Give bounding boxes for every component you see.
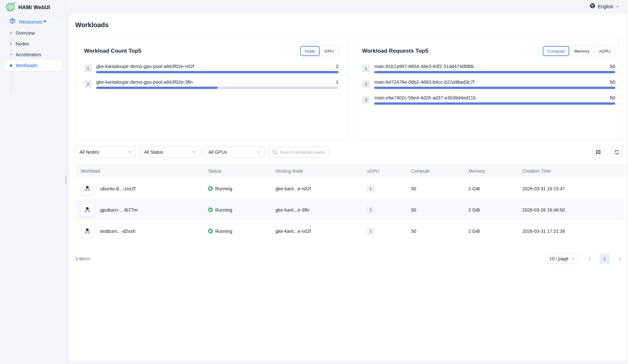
page-size-value: 10 / page: [550, 256, 568, 261]
sidebar-item-workloads[interactable]: Workloads: [4, 60, 62, 71]
hosting-node: gke-kant...e-n02f: [270, 229, 361, 234]
search-input[interactable]: [280, 150, 326, 155]
total-items: 3 items: [75, 256, 90, 261]
prev-page-button[interactable]: [584, 253, 595, 264]
cards-row: Workload Count Top5 Node GPU 1 gke-kanta…: [75, 38, 624, 140]
bar-label: main:6472476e-06b2-4683-b4cc-b22a9bad3c7…: [374, 79, 474, 85]
toggle-memory-button[interactable]: Memory: [569, 46, 594, 56]
status-running-icon: [208, 208, 213, 212]
table-row[interactable]: gpuburn-...-lb77m Running gke-kant...e-3…: [75, 199, 625, 220]
page-number-button[interactable]: 1: [600, 253, 610, 264]
column-settings-button[interactable]: [593, 147, 604, 158]
workload-pod-icon: [81, 203, 94, 217]
bar-item: 3 main:e9a7402c-59ed-4d26-ad37-e30d9d4ed…: [362, 95, 615, 105]
toggle-compute-button[interactable]: Compute: [543, 46, 569, 56]
status-filter-select[interactable]: All Status: [140, 147, 200, 158]
next-page-button[interactable]: [615, 253, 625, 264]
dot-icon: [10, 53, 12, 56]
sidebar-divider: [66, 0, 67, 364]
refresh-icon: [614, 149, 619, 155]
vgpu-badge: 1: [367, 185, 374, 192]
rank-badge: 3: [362, 96, 370, 104]
status-text: Running: [215, 229, 232, 234]
bar-fill: [96, 71, 339, 73]
status-text: Running: [215, 207, 232, 213]
chevron-down-icon: [616, 5, 619, 8]
page-size-select[interactable]: 10 / page: [546, 253, 579, 264]
toggle-vgpu-button[interactable]: vGPU: [594, 46, 615, 56]
bar-label: main:81b1a997-6654-48e3-83f2-31dd474dfdb…: [374, 64, 474, 69]
bar-item: 2 main:6472476e-06b2-4683-b4cc-b22a9bad3…: [362, 79, 615, 89]
memory-value: 2 GiB: [463, 229, 517, 234]
rank-badge: 2: [84, 80, 92, 88]
sidebar-item-accelerators[interactable]: Accelerators: [0, 49, 67, 60]
filter-bar: All Nodes All Status All GPUs: [75, 147, 624, 158]
memory-value: 2 GiB: [463, 207, 517, 213]
count-toggle-group: Node GPU: [300, 46, 339, 56]
creation-time: 2026-03-31 17:21:39: [517, 229, 625, 234]
sidebar-group-resources[interactable]: Resources: [0, 17, 67, 26]
bar-track: [374, 71, 615, 73]
bar-label: gke-kantaloupe-demo-gpu-pool-a843f02e-3f…: [96, 79, 193, 85]
table-row[interactable]: ubuntu-d...-zxx2f Running gke-kant...e-n…: [75, 178, 625, 199]
chevron-right-icon: [619, 256, 621, 261]
bar-item: 1 main:81b1a997-6654-48e3-83f2-31dd474df…: [362, 63, 615, 73]
chevron-down-icon: [192, 151, 196, 153]
refresh-button[interactable]: [611, 147, 622, 158]
sidebar-group-label: Resources: [19, 19, 43, 25]
col-status: Status: [203, 168, 270, 174]
language-switcher[interactable]: English: [590, 3, 619, 10]
gpus-filter-select[interactable]: All GPUs: [204, 147, 265, 158]
col-hosting-node: Hosting Node: [270, 168, 361, 174]
status-running-icon: [208, 229, 213, 233]
col-compute: Compute: [406, 168, 463, 174]
sidebar: Resources Overview Nodes Accelerators Wo…: [0, 0, 67, 364]
language-label: English: [598, 4, 613, 9]
table-row[interactable]: testburn...-d2sxh Running gke-kant...e-n…: [75, 220, 625, 242]
bar-value: 2: [336, 63, 339, 69]
workloads-table: Workload Status Hosting Node vGPU Comput…: [75, 164, 625, 242]
vgpu-badge: 1: [367, 228, 374, 235]
creation-time: 2026-03-31 18:15:47: [517, 186, 625, 191]
chevron-down-icon: [257, 151, 261, 153]
col-workload: Workload: [75, 168, 203, 174]
sidebar-item-nodes[interactable]: Nodes: [0, 38, 67, 49]
nodes-filter-select[interactable]: All Nodes: [75, 147, 136, 158]
bar-label: main:e9a7402c-59ed-4d26-ad37-e30d9d4ed11…: [374, 95, 476, 100]
workload-requests-card: Workload Requests Top5 Compute Memory vG…: [353, 38, 624, 140]
bar-item: 1 gke-kantaloupe-demo-gpu-pool-a843f02e-…: [84, 63, 339, 73]
toggle-gpu-button[interactable]: GPU: [320, 46, 338, 56]
status-running-icon: [208, 186, 213, 191]
creation-time: 2026-03-26 16:48:50: [517, 207, 625, 213]
nodes-filter-value: All Nodes: [79, 149, 99, 155]
table-footer: 3 items 10 / page 1: [75, 253, 625, 264]
card-title: Workload Count Top5: [84, 48, 141, 54]
compute-value: 50: [406, 186, 463, 191]
bar-value: 50: [610, 95, 615, 100]
sidebar-item-overview[interactable]: Overview: [0, 27, 67, 38]
requests-toggle-group: Compute Memory vGPU: [543, 46, 615, 56]
workload-name: testburn...-d2sxh: [100, 229, 135, 234]
sidebar-item-label: Accelerators: [16, 52, 41, 57]
memory-value: 2 GiB: [463, 186, 517, 191]
chevron-down-icon: [571, 257, 575, 260]
sidebar-item-label: Workloads: [16, 63, 37, 68]
vgpu-badge: 1: [367, 206, 374, 214]
bar-fill: [374, 87, 615, 89]
bar-value: 50: [610, 79, 615, 85]
sidebar-resize-handle[interactable]: [65, 176, 66, 184]
bar-item: 2 gke-kantaloupe-demo-gpu-pool-a843f02e-…: [84, 79, 339, 89]
workload-pod-icon: [81, 225, 94, 238]
status-text: Running: [215, 186, 232, 191]
toggle-node-button[interactable]: Node: [300, 46, 320, 56]
search-icon: [272, 149, 277, 155]
cube-icon: [9, 18, 15, 25]
dot-icon: [10, 43, 12, 45]
col-creation-time: Creation Time: [517, 168, 625, 174]
chevron-left-icon: [588, 256, 591, 261]
chevron-down-icon: [128, 151, 132, 153]
bar-label: gke-kantaloupe-demo-gpu-pool-a843f02e-n0…: [96, 64, 194, 69]
sidebar-separator: [4, 16, 62, 17]
dot-icon: [10, 32, 12, 34]
bar-value: 50: [610, 63, 615, 69]
